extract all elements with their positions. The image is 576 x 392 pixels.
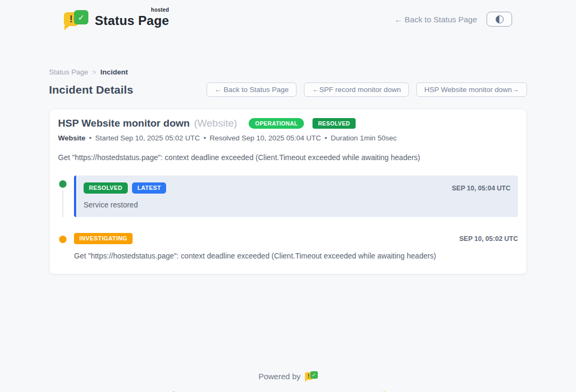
latest-badge: LATEST: [132, 182, 166, 194]
logo-hosted-superscript: hosted: [151, 7, 169, 13]
timeline-entry-badges: INVESTIGATING: [74, 233, 459, 244]
status-page-logo-icon: ! ✓: [64, 8, 88, 30]
timeline-entry-timestamp: SEP 10, 05:04 UTC: [452, 185, 511, 192]
incident-title: HSP Website monitor down: [58, 118, 190, 129]
breadcrumb-status-page[interactable]: Status Page: [49, 68, 88, 76]
timeline-entry-timestamp: SEP 10, 05:02 UTC: [459, 235, 518, 243]
incident-resolved-at: Resolved Sep 10, 2025 05:04 UTC: [210, 134, 321, 142]
next-incident-button[interactable]: HSP Website monitor down→: [416, 82, 527, 97]
status-page-mini-logo-icon: ! ✓: [305, 370, 318, 382]
header-back-to-status-page-link[interactable]: ← Back to Status Page: [394, 15, 477, 24]
incident-timeline: RESOLVED LATEST SEP 10, 05:04 UTC Servic…: [58, 176, 518, 260]
timeline-item: RESOLVED LATEST SEP 10, 05:04 UTC Servic…: [58, 176, 518, 233]
check-glyph: ✓: [78, 13, 85, 21]
incident-service-name: Website: [58, 134, 86, 142]
timeline-entry: RESOLVED LATEST SEP 10, 05:04 UTC Servic…: [74, 176, 518, 217]
timeline-entry-message: Get "https://hostedstatus.page": context…: [74, 252, 518, 260]
main-container: Status Page > Incident Incident Details …: [49, 68, 527, 392]
investigating-dot-icon: [59, 236, 67, 243]
app-logo: ! ✓ Status Page hosted: [64, 8, 169, 30]
breadcrumb: Status Page > Incident: [49, 68, 527, 76]
timeline-entry-header: INVESTIGATING SEP 10, 05:02 UTC: [74, 233, 518, 244]
powered-by-label: Powered by: [258, 372, 300, 381]
exclamation-glyph: !: [70, 14, 73, 24]
powered-by-link[interactable]: Powered by ! ✓: [258, 370, 317, 382]
prev-incident-button[interactable]: ←SPF record monitor down: [304, 82, 409, 97]
incident-meta: Website • Started Sep 10, 2025 05:02 UTC…: [58, 134, 518, 142]
incident-started-at: Started Sep 10, 2025 05:02 UTC: [95, 134, 200, 142]
timeline-item: INVESTIGATING SEP 10, 05:02 UTC Get "htt…: [58, 233, 518, 260]
check-square-icon: ✓: [74, 10, 88, 24]
page-title: Incident Details: [49, 84, 133, 96]
contrast-half-circle-icon: [496, 15, 504, 23]
incident-nav-buttons: ← Back to Status Page ←SPF record monito…: [207, 82, 527, 97]
top-header: ! ✓ Status Page hosted ← Back to Status …: [0, 0, 576, 31]
page-footer: Powered by ! ✓ © 2025-10-08 14:10:34.772…: [49, 370, 527, 392]
theme-toggle-button[interactable]: [487, 12, 512, 27]
operational-status-badge: OPERATIONAL: [249, 118, 304, 129]
incident-description: Get "https://hostedstatus.page": context…: [58, 153, 518, 162]
check-square-mini-icon: ✓: [310, 371, 318, 379]
resolved-badge: RESOLVED: [84, 182, 128, 194]
timeline-entry: INVESTIGATING SEP 10, 05:02 UTC Get "htt…: [74, 233, 518, 260]
meta-separator: •: [202, 134, 208, 142]
incident-title-row: HSP Website monitor down (Website) OPERA…: [58, 118, 518, 129]
incident-card: HSP Website monitor down (Website) OPERA…: [49, 109, 527, 274]
incident-duration: Duration 1min 50sec: [331, 134, 397, 142]
resolved-status-badge: RESOLVED: [312, 118, 355, 129]
meta-separator: •: [87, 134, 93, 142]
header-actions: ← Back to Status Page: [394, 12, 512, 27]
timeline-entry-header: RESOLVED LATEST SEP 10, 05:04 UTC: [84, 182, 511, 194]
breadcrumb-incident: Incident: [101, 68, 128, 76]
investigating-badge: INVESTIGATING: [74, 233, 133, 244]
logo-title: Status Page: [95, 13, 169, 28]
breadcrumb-separator: >: [93, 69, 96, 76]
timeline-dot-column: [58, 233, 68, 260]
timeline-dot-column: [58, 176, 68, 217]
incident-scope: (Website): [194, 118, 237, 129]
resolved-dot-icon: [59, 180, 67, 188]
timeline-entry-message: Service restored: [84, 201, 511, 209]
timeline-connector-line: [62, 190, 63, 217]
logo-wordmark: Status Page hosted: [95, 8, 169, 28]
timeline-entry-badges: RESOLVED LATEST: [84, 182, 452, 194]
timeline-entry-highlight-box: RESOLVED LATEST SEP 10, 05:04 UTC Servic…: [74, 176, 518, 217]
title-row: Incident Details ← Back to Status Page ←…: [49, 82, 527, 97]
meta-separator: •: [323, 134, 329, 142]
back-to-status-page-button[interactable]: ← Back to Status Page: [207, 82, 297, 97]
